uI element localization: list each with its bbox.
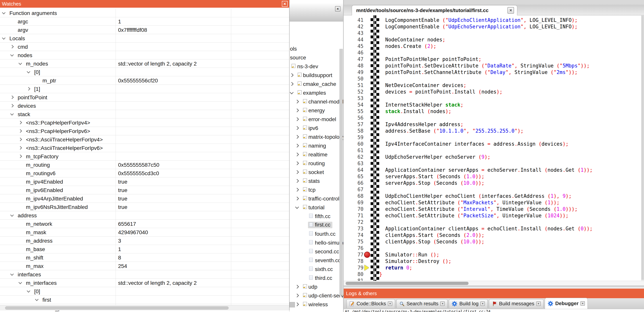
tree-item-ols[interactable]: ols [290, 44, 343, 53]
watches-column-divider[interactable] [116, 9, 116, 305]
code-line-76[interactable]: 76 [344, 245, 644, 251]
watch-row[interactable]: Function arguments [0, 9, 289, 17]
tree-item-cmake-cache[interactable]: cmake_cache [290, 80, 343, 89]
watch-row[interactable]: m_address3 [0, 236, 289, 245]
watch-row[interactable]: stack [0, 110, 289, 119]
chevron-right-icon[interactable] [295, 135, 299, 139]
watch-row[interactable]: m_network655617 [0, 220, 289, 228]
watch-row[interactable]: argv0x7fffffffdf08 [0, 26, 289, 34]
tree-item-realtime[interactable]: realtime [290, 150, 343, 159]
line-number[interactable]: 62 [344, 154, 364, 160]
watch-row[interactable]: <ns3::PcapHelperForIpv4> [0, 119, 289, 127]
watch-row[interactable]: m_shift8 [0, 253, 289, 262]
line-number[interactable]: 44 [344, 36, 364, 43]
line-number[interactable]: 67 [344, 186, 364, 193]
code-line-63[interactable]: 63 [344, 160, 644, 167]
watch-row[interactable]: m_routingv60x5555555cd3c0 [0, 169, 289, 177]
tree-item-stats[interactable]: stats [290, 177, 343, 185]
chevron-right-icon[interactable] [295, 100, 299, 104]
code-line-41[interactable]: 41 LogComponentEnable ("UdpEchoClientApp… [344, 17, 644, 23]
logs-tab-debugger[interactable]: Debugger [545, 298, 588, 309]
watch-row[interactable]: m_interfacesstd::vector of length 2, cap… [0, 279, 289, 287]
logs-tab-search-results[interactable]: Search results [396, 299, 448, 308]
chevron-right-icon[interactable] [295, 179, 299, 183]
tree-item-sixth-cc[interactable]: sixth.cc [290, 265, 343, 274]
code-line-69[interactable]: 69 echoClient.SetAttribute ("MaxPackets"… [344, 199, 644, 206]
chevron-down-icon[interactable] [10, 112, 14, 115]
tree-item-routing[interactable]: routing [290, 159, 343, 168]
chevron-right-icon[interactable] [295, 170, 299, 174]
chevron-down-icon[interactable] [295, 205, 299, 209]
chevron-right-icon[interactable] [295, 117, 299, 121]
watch-row[interactable]: cmd [0, 42, 289, 51]
chevron-right-icon[interactable] [295, 303, 299, 306]
tree-item-energy[interactable]: energy [290, 106, 343, 115]
code-line-73[interactable]: 73 ApplicationContainer clientApps = ech… [344, 225, 644, 232]
code-line-67[interactable]: 67 [344, 186, 644, 193]
watch-row[interactable]: [1] [0, 85, 289, 93]
tree-item-traffic-control[interactable]: traffic-control [290, 194, 343, 203]
chevron-right-icon[interactable] [295, 109, 299, 112]
line-number[interactable]: 46 [344, 49, 364, 56]
chevron-right-icon[interactable] [295, 161, 299, 165]
code-line-71[interactable]: 71 echoClient.SetAttribute ("PacketSize"… [344, 212, 644, 219]
watch-row[interactable]: m_tcpFactory [0, 152, 289, 160]
tree-item-first-cc[interactable]: first.cc [290, 221, 343, 230]
code-line-74[interactable]: 74 clientApps.Start (Seconds (2.0)); [344, 232, 644, 238]
code-line-59[interactable]: 59 [344, 134, 644, 141]
code-line-50[interactable]: 50 [344, 76, 644, 82]
current-line-arrow-icon[interactable] [364, 265, 369, 271]
chevron-down-icon[interactable] [2, 11, 6, 14]
chevron-right-icon[interactable] [295, 294, 299, 298]
watch-row[interactable]: m_max254 [0, 262, 289, 270]
code-line-52[interactable]: 52 devices = pointToPoint.Install (nodes… [344, 89, 644, 95]
watch-row[interactable]: m_ipv4Enabledtrue [0, 177, 289, 186]
chevron-down-icon[interactable] [10, 213, 14, 217]
tree-item-third-cc[interactable]: third.cc [290, 274, 343, 283]
line-number[interactable]: 73 [344, 225, 364, 232]
code-line-54[interactable]: 54 InternetStackHelper stack; [344, 102, 644, 108]
close-icon[interactable] [480, 302, 485, 306]
code-line-61[interactable]: 61 [344, 147, 644, 154]
watch-row[interactable]: first [0, 296, 289, 304]
watch-row[interactable]: address [0, 211, 289, 220]
code-line-43[interactable]: 43 [344, 30, 644, 36]
code-line-66[interactable]: 66 serverApps.Stop (Seconds (10.0)); [344, 180, 644, 186]
line-number[interactable]: 54 [344, 102, 364, 108]
chevron-right-icon[interactable] [290, 73, 294, 77]
line-number[interactable]: 49 [344, 69, 364, 76]
chevron-right-icon[interactable] [295, 126, 299, 130]
code-line-77[interactable]: 77 Simulator::Run (); [344, 251, 644, 258]
watch-row[interactable]: m_nodesstd::vector of length 2, capacity… [0, 59, 289, 68]
watches-titlebar[interactable]: Watches [0, 0, 289, 8]
chevron-right-icon[interactable] [10, 95, 14, 99]
line-number[interactable]: 81 [344, 278, 364, 281]
chevron-right-icon[interactable] [18, 138, 22, 141]
tree-item-seventh-cc[interactable]: seventh.cc [290, 256, 343, 265]
tree-item-tutorial[interactable]: tutorial [290, 203, 343, 212]
chevron-down-icon[interactable] [18, 61, 22, 65]
code-line-53[interactable]: 53 [344, 95, 644, 102]
close-icon[interactable] [388, 302, 392, 306]
code-line-81[interactable]: 81 [344, 278, 644, 281]
chevron-down-icon[interactable] [18, 281, 22, 284]
line-number[interactable]: 59 [344, 134, 364, 141]
close-icon[interactable] [282, 1, 288, 7]
tree-item-udp[interactable]: udp [290, 283, 343, 291]
code-line-42[interactable]: 42 LogComponentEnable ("UdpEchoServerApp… [344, 23, 644, 30]
tree-item-ipv6[interactable]: ipv6 [290, 124, 343, 133]
scrollbar-thumb[interactable] [5, 306, 229, 310]
chevron-right-icon[interactable] [18, 146, 22, 150]
watch-row[interactable]: Locals [0, 34, 289, 42]
line-number[interactable]: 43 [344, 30, 364, 36]
line-number[interactable]: 68 [344, 193, 364, 199]
code-line-56[interactable]: 56 [344, 115, 644, 121]
logs-tab-build-messages[interactable]: Build messages [489, 299, 544, 308]
line-number[interactable]: 61 [344, 147, 364, 154]
chevron-down-icon[interactable] [2, 36, 6, 39]
projects-titlebar[interactable] [290, 3, 343, 21]
watch-row[interactable]: devices [0, 102, 289, 110]
line-number[interactable]: 72 [344, 219, 364, 225]
line-number[interactable]: 42 [344, 23, 364, 30]
chevron-down-icon[interactable] [290, 90, 294, 94]
